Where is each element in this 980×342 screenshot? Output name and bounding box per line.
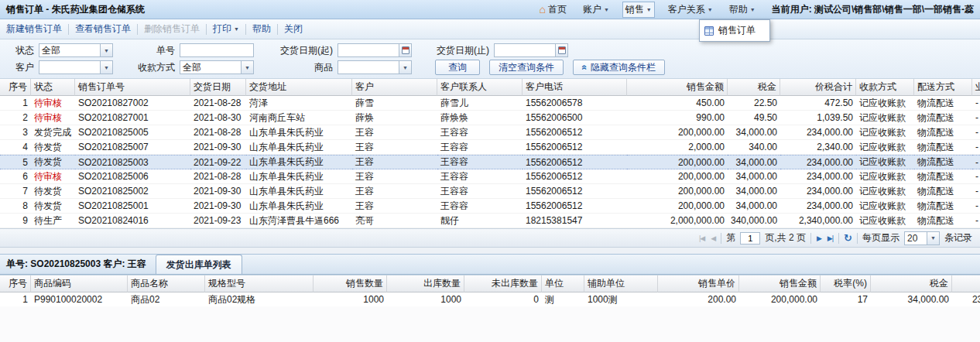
table-row[interactable]: 1P990100020002商品02商品02规格100010000测1000测2…: [0, 292, 980, 306]
table-cell: 物流配送: [914, 111, 972, 125]
table-cell: -: [972, 169, 980, 184]
table-cell: 物流配送: [914, 199, 972, 214]
help-button[interactable]: 帮助: [252, 22, 271, 36]
table-cell: 15562006578: [523, 96, 627, 111]
first-page-button[interactable]: |◀: [698, 234, 705, 242]
chevron-down-icon[interactable]: ▼: [399, 61, 411, 74]
column-header[interactable]: 价税合计: [952, 275, 980, 292]
column-header[interactable]: 税金: [871, 275, 952, 292]
column-header[interactable]: 规格型号: [205, 275, 314, 292]
delete-order-button[interactable]: 删除销售订单: [144, 22, 200, 36]
column-header[interactable]: 序号: [0, 79, 31, 96]
column-header[interactable]: 序号: [0, 275, 31, 292]
table-cell: 亮哥: [352, 214, 437, 228]
table-cell: 记应收账款: [856, 199, 914, 214]
order-no-input[interactable]: [180, 43, 254, 57]
next-page-button[interactable]: ▶: [816, 234, 822, 242]
column-header[interactable]: 出库数量: [387, 275, 464, 292]
customer-select[interactable]: ▼: [39, 60, 113, 74]
table-cell: 山东菏泽曹县牛逼666: [246, 214, 352, 228]
column-header[interactable]: 交货地址: [246, 79, 352, 96]
column-header[interactable]: 收款方式: [856, 79, 914, 96]
status-select[interactable]: 全部 ▼: [39, 43, 113, 57]
column-header[interactable]: 税金: [728, 79, 780, 96]
column-header[interactable]: 销售数量: [314, 275, 387, 292]
column-header[interactable]: 销售订单号: [75, 79, 190, 96]
nav-sales[interactable]: 销售 ▼: [622, 2, 655, 18]
table-cell: 6: [0, 169, 31, 184]
product-select[interactable]: ▼: [338, 60, 412, 74]
chevron-down-icon[interactable]: ▼: [927, 232, 939, 245]
table-cell: 记应收账款: [856, 140, 914, 155]
print-button[interactable]: 打印 ▼: [213, 22, 239, 36]
page-info: 页,共 2 页: [765, 231, 806, 245]
column-header[interactable]: 客户联系人: [437, 79, 523, 96]
column-header[interactable]: 未出库数量: [464, 275, 542, 292]
table-row[interactable]: 1待审核SO202108270022021-08-28菏泽薛雪薛雪儿155620…: [0, 96, 980, 111]
column-header[interactable]: 辅助单位: [584, 275, 658, 292]
last-page-button[interactable]: ▶|: [827, 234, 834, 242]
table-cell: 200,000.00: [627, 169, 728, 184]
column-header[interactable]: 业务员: [972, 79, 980, 96]
table-row[interactable]: 2待审核SO202108270012021-08-30河南商丘车站薛焕薛焕焕15…: [0, 111, 980, 125]
tab-outbound-list[interactable]: 发货出库单列表: [156, 255, 242, 274]
calendar-icon[interactable]: [555, 44, 567, 56]
column-header[interactable]: 销售单价: [658, 275, 739, 292]
table-cell: 山东单县朱氏药业: [246, 140, 352, 155]
payment-select[interactable]: 全部 ▼: [180, 60, 254, 74]
column-header[interactable]: 商品名称: [128, 275, 205, 292]
refresh-icon[interactable]: ↻: [844, 233, 852, 243]
table-cell: 2,340,000.00: [780, 214, 856, 228]
top-nav: ⌂ 首页 账户 ▼ 销售 ▼ 客户关系 ▼ 帮助 ▼ 当前用户: 测试公司\销售…: [536, 2, 974, 18]
chevron-down-icon[interactable]: ▼: [241, 61, 253, 74]
column-header[interactable]: 商品编码: [31, 275, 128, 292]
table-row[interactable]: 3发货完成SO202108250052021-08-28山东单县朱氏药业王容王容…: [0, 125, 980, 140]
nav-sales-label: 销售: [625, 3, 644, 16]
column-header[interactable]: 单位: [542, 275, 584, 292]
table-row[interactable]: 7待发货SO202108250022021-09-30山东单县朱氏药业王容王容容…: [0, 184, 980, 199]
clear-filters-button[interactable]: 清空查询条件: [489, 60, 564, 75]
status-select-value: 全部: [39, 44, 100, 57]
menu-item-sales-orders[interactable]: 销售订单: [701, 22, 768, 39]
table-row[interactable]: 4待发货SO202108250072021-09-30山东单县朱氏药业王容王容容…: [0, 140, 980, 155]
nav-account[interactable]: 账户 ▼: [580, 2, 612, 18]
chevron-down-icon: ▼: [708, 7, 713, 12]
table-row[interactable]: 5待发货SO202108250032021-09-22山东单县朱氏药业王容王容容…: [0, 155, 980, 169]
calendar-icon[interactable]: [399, 44, 411, 56]
table-cell: 待审核: [31, 111, 75, 125]
table-cell: P990100020002: [31, 292, 128, 306]
table-row[interactable]: 6待审核SO202108250062021-08-28山东单县朱氏药业王容王容容…: [0, 169, 980, 184]
page-number-input[interactable]: [740, 232, 760, 245]
current-user-label: 当前用户:: [772, 4, 812, 15]
column-header[interactable]: 客户: [352, 79, 437, 96]
table-cell: 49.50: [728, 111, 780, 125]
close-button[interactable]: 关闭: [284, 22, 303, 36]
column-header[interactable]: 税率(%): [821, 275, 871, 292]
table-cell: 王容容: [437, 184, 523, 199]
view-order-button[interactable]: 查看销售订单: [75, 22, 131, 36]
table-row[interactable]: 9待生产SO202108240162021-09-23山东菏泽曹县牛逼666亮哥…: [0, 214, 980, 228]
date-from-input[interactable]: [338, 43, 412, 57]
column-header[interactable]: 客户电话: [523, 79, 627, 96]
page-size-select[interactable]: 20 ▼: [904, 231, 940, 245]
column-header[interactable]: 交货日期: [190, 79, 246, 96]
toolbar-separator: [137, 24, 138, 35]
column-header[interactable]: 价税合计: [780, 79, 856, 96]
column-header[interactable]: 配送方式: [914, 79, 972, 96]
column-header[interactable]: 销售金额: [739, 275, 821, 292]
nav-help[interactable]: 帮助 ▼: [726, 2, 759, 18]
nav-customer-relations[interactable]: 客户关系 ▼: [665, 2, 716, 18]
chevron-down-icon[interactable]: ▼: [100, 61, 112, 74]
search-button[interactable]: 查询: [435, 60, 480, 75]
column-header[interactable]: 销售金额: [627, 79, 728, 96]
column-header[interactable]: 状态: [31, 79, 75, 96]
chevron-down-icon[interactable]: ▼: [100, 44, 112, 56]
prev-page-button[interactable]: ◀: [710, 234, 716, 242]
table-cell: 记应收账款: [856, 169, 914, 184]
new-order-button[interactable]: 新建销售订单: [6, 22, 62, 36]
date-to-input[interactable]: [494, 43, 568, 57]
hide-filters-button[interactable]: « 隐藏查询条件栏: [573, 60, 665, 75]
table-cell: 河南商丘车站: [246, 111, 352, 125]
table-row[interactable]: 8待发货SO202108250012021-09-30山东单县朱氏药业王容王容容…: [0, 199, 980, 214]
nav-home[interactable]: ⌂ 首页: [536, 2, 569, 18]
